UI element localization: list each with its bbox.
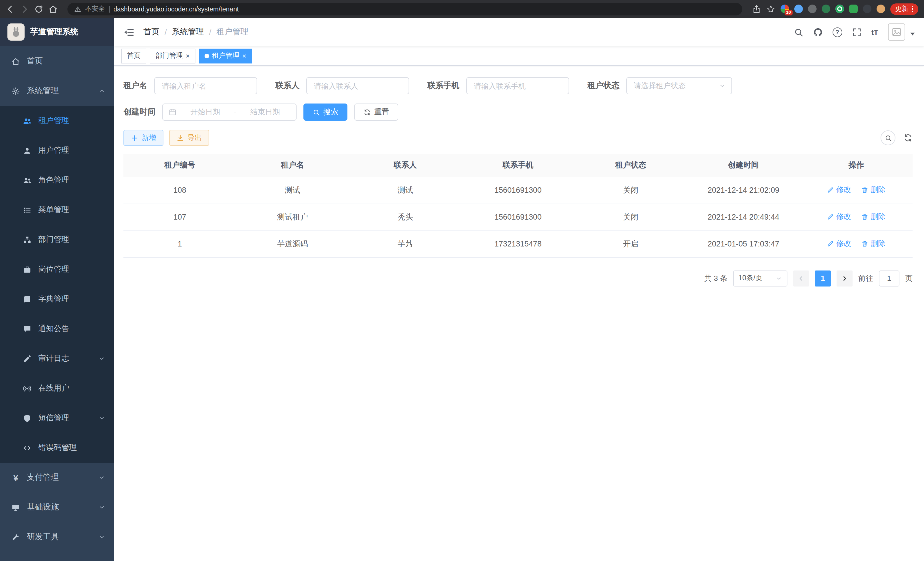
sidebar-item-label: 通知公告 — [38, 324, 69, 334]
tab-dept-management[interactable]: 部门管理 × — [150, 48, 195, 63]
chevron-down-icon — [98, 504, 105, 511]
notice-message-icon — [23, 325, 32, 333]
sidebar-item-tenant-management[interactable]: 租户管理 — [0, 106, 114, 135]
sidebar-item-dev-tools[interactable]: 研发工具 — [0, 522, 114, 552]
extension-icon-blue[interactable] — [794, 5, 802, 13]
sidebar-collapse-icon[interactable] — [123, 27, 134, 38]
page-size-value: 10条/页 — [738, 273, 763, 283]
sidebar-item-post-management[interactable]: 岗位管理 — [0, 254, 114, 284]
add-button[interactable]: 新增 — [123, 130, 164, 146]
search-button-label: 搜索 — [323, 107, 338, 117]
sidebar-item-home[interactable]: 首页 — [0, 46, 114, 76]
export-button-label: 导出 — [188, 133, 202, 143]
tab-home[interactable]: 首页 — [121, 48, 146, 63]
delete-link[interactable]: 删除 — [861, 185, 885, 195]
browser-home-icon[interactable] — [49, 4, 58, 14]
goto-page-input[interactable] — [879, 270, 899, 286]
sidebar-item-sms-management[interactable]: 短信管理 — [0, 403, 114, 433]
sidebar-item-label: 字典管理 — [38, 294, 69, 304]
avatar-dropdown-caret-icon[interactable] — [910, 33, 915, 35]
tab-close-icon[interactable]: × — [186, 52, 190, 59]
sidebar-item-menu-management[interactable]: 菜单管理 — [0, 195, 114, 225]
refresh-table-button[interactable] — [903, 133, 913, 142]
menu-list-icon — [23, 206, 32, 214]
sidebar-item-notice[interactable]: 通知公告 — [0, 314, 114, 344]
help-icon[interactable]: ? — [832, 27, 842, 37]
filter-row-1: 租户名 联系人 联系手机 租户状态 请选择租户状态 — [123, 77, 913, 94]
column-header-actions: 操作 — [800, 154, 913, 177]
top-navbar: 首页 / 系统管理 / 租户管理 ? tT — [114, 18, 924, 46]
search-button[interactable]: 搜索 — [303, 104, 347, 121]
user-avatar[interactable] — [888, 23, 905, 41]
prev-page-button[interactable] — [793, 270, 809, 286]
breadcrumb-home[interactable]: 首页 — [143, 27, 159, 37]
chevron-up-icon — [98, 87, 105, 94]
delete-link[interactable]: 删除 — [861, 239, 885, 249]
browser-reload-icon[interactable] — [34, 4, 44, 14]
delete-link[interactable]: 删除 — [861, 212, 885, 222]
cell-contact: 测试 — [349, 177, 462, 204]
header-search-icon[interactable] — [794, 27, 803, 37]
fullscreen-icon[interactable] — [852, 27, 861, 37]
export-button[interactable]: 导出 — [169, 130, 209, 146]
sidebar-item-label: 菜单管理 — [38, 205, 69, 215]
extension-icon-green-circle[interactable] — [835, 5, 844, 13]
reset-button[interactable]: 重置 — [354, 104, 398, 121]
extension-icon-dark-green[interactable] — [821, 5, 830, 13]
extension-icon-dark[interactable] — [862, 5, 871, 13]
font-size-icon[interactable]: tT — [871, 28, 878, 36]
edit-link-label: 修改 — [836, 212, 851, 222]
security-label: 不安全 — [85, 5, 105, 13]
sidebar-item-online-user[interactable]: 在线用户 — [0, 373, 114, 403]
address-bar[interactable]: 不安全 dashboard.yudao.iocoder.cn/system/te… — [68, 3, 742, 15]
edit-link[interactable]: 修改 — [827, 239, 851, 249]
tenant-status-select[interactable]: 请选择租户状态 — [626, 77, 732, 94]
sidebar-item-pay-management[interactable]: ¥ 支付管理 — [0, 463, 114, 492]
github-icon[interactable] — [813, 27, 823, 37]
trash-icon — [861, 213, 868, 220]
tags-view-bar: 首页 部门管理 × 租户管理 × — [114, 46, 924, 66]
contact-input[interactable] — [306, 77, 409, 94]
current-page-button[interactable]: 1 — [815, 270, 831, 286]
sidebar-item-system-management[interactable]: 系统管理 — [0, 76, 114, 106]
browser-back-icon[interactable] — [6, 4, 15, 14]
cell-phone: 15601691300 — [462, 204, 574, 230]
breadcrumb-system[interactable]: 系统管理 — [172, 27, 204, 37]
sidebar-item-user-management[interactable]: 用户管理 — [0, 135, 114, 165]
extension-icon-tan[interactable] — [876, 5, 885, 13]
edit-link[interactable]: 修改 — [827, 212, 851, 222]
tenant-name-input[interactable] — [154, 77, 257, 94]
tab-tenant-management[interactable]: 租户管理 × — [199, 48, 252, 63]
pencil-icon — [827, 186, 834, 194]
tenant-table: 租户编号 租户名 联系人 联系手机 租户状态 创建时间 操作 108 测试 — [123, 154, 913, 258]
edit-link[interactable]: 修改 — [827, 185, 851, 195]
create-time-range-picker[interactable]: 开始日期 - 结束日期 — [162, 104, 297, 121]
sidebar-item-label: 首页 — [27, 56, 43, 66]
cell-actions: 修改 删除 — [800, 177, 913, 204]
tab-close-icon[interactable]: × — [242, 52, 246, 59]
browser-update-button[interactable]: 更新 — [890, 3, 918, 15]
breadcrumb: 首页 / 系统管理 / 租户管理 — [143, 27, 249, 37]
table-row: 107 测试租户 秃头 15601691300 关闭 2021-12-14 20… — [123, 204, 913, 230]
share-icon[interactable] — [752, 4, 761, 14]
contact-phone-input[interactable] — [466, 77, 569, 94]
browser-forward-icon[interactable] — [20, 4, 29, 14]
extension-icon-colorful[interactable]: 10 — [780, 5, 789, 13]
extension-icon-gray[interactable] — [808, 5, 816, 13]
sidebar-item-role-management[interactable]: 角色管理 — [0, 165, 114, 195]
cell-status: 关闭 — [574, 177, 687, 204]
browser-chrome: 不安全 dashboard.yudao.iocoder.cn/system/te… — [0, 0, 924, 18]
next-page-button[interactable] — [837, 270, 853, 286]
page-size-select[interactable]: 10条/页 — [733, 270, 788, 286]
sidebar-item-dict-management[interactable]: 字典管理 — [0, 284, 114, 314]
sidebar-item-infrastructure[interactable]: 基础设施 — [0, 492, 114, 522]
sidebar-item-error-code[interactable]: 错误码管理 — [0, 433, 114, 463]
bookmark-star-icon[interactable] — [766, 4, 775, 14]
sidebar-item-dept-management[interactable]: 部门管理 — [0, 225, 114, 254]
toggle-search-button[interactable] — [880, 130, 896, 145]
delete-link-label: 删除 — [871, 185, 885, 195]
cell-phone: 17321315478 — [462, 230, 574, 257]
extension-icon-green-square[interactable] — [849, 5, 857, 13]
breadcrumb-current: 租户管理 — [217, 27, 249, 37]
sidebar-item-audit-log[interactable]: 审计日志 — [0, 344, 114, 373]
